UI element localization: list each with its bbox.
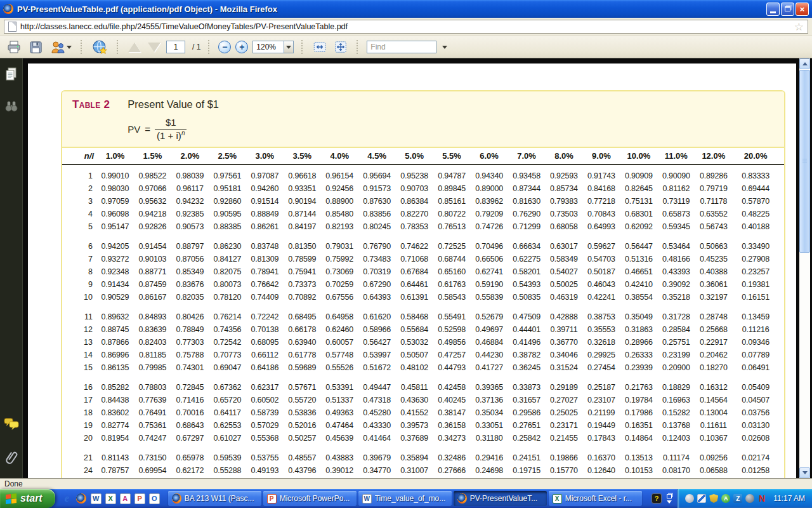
pv-factor-cell: 0.70319: [358, 267, 396, 276]
pv-factor-cell: 0.07789: [732, 351, 779, 359]
restore-button[interactable]: [781, 3, 794, 16]
pv-factor-cell: 0.14564: [695, 396, 732, 404]
pv-factor-cell: 0.98522: [134, 171, 171, 180]
excel-icon[interactable]: [105, 493, 116, 504]
vertical-scrollbar[interactable]: [799, 58, 810, 478]
start-button[interactable]: start: [0, 489, 55, 508]
pv-factor-cell: 0.16351: [620, 421, 657, 430]
url-text: http://classes.lanecc.edu/file.php/24555…: [20, 22, 790, 31]
table-row: 240.787570.699540.621720.552880.491930.4…: [62, 464, 784, 477]
powerpoint-icon: [267, 494, 277, 504]
pv-factor-cell: 0.22917: [695, 338, 732, 347]
pv-factor-cell: 0.28584: [657, 325, 695, 334]
save-button[interactable]: [27, 38, 44, 56]
zoom-out-button[interactable]: −: [218, 41, 231, 53]
antivirus-icon[interactable]: [721, 494, 730, 503]
volume-icon[interactable]: [745, 494, 754, 503]
row-period-label: 16: [67, 383, 96, 392]
table-corner-header: n/i: [67, 151, 96, 161]
zoom-level-combo[interactable]: 120%: [252, 41, 294, 53]
internet-explorer-icon[interactable]: [62, 493, 72, 504]
access-icon[interactable]: [120, 493, 131, 504]
pv-factor-cell: 0.62741: [471, 267, 508, 276]
help-icon[interactable]: ?: [652, 493, 662, 504]
window-titlebar[interactable]: PV-PresentValueTable.pdf (application/pd…: [0, 0, 812, 18]
pv-factor-cell: 0.95632: [134, 197, 171, 206]
comments-panel-icon[interactable]: [4, 417, 19, 432]
scroll-up-button[interactable]: [799, 58, 810, 69]
search-binoculars-icon[interactable]: [4, 100, 18, 114]
find-input[interactable]: [367, 41, 436, 53]
z-app-icon[interactable]: [733, 494, 742, 503]
fit-page-button[interactable]: [332, 38, 349, 56]
novell-icon[interactable]: [757, 494, 766, 503]
zoom-dropdown-button[interactable]: [284, 41, 294, 53]
taskbar-task-excel[interactable]: Microsoft Excel - r...: [549, 491, 642, 506]
taskbar-task-word-doc[interactable]: Time_value_of_mo...: [358, 491, 452, 506]
pv-factor-cell: 0.66634: [508, 242, 546, 251]
shield-icon[interactable]: [709, 494, 718, 503]
pv-factor-cell: 0.52598: [433, 325, 471, 334]
pv-factor-cell: 0.53755: [246, 453, 284, 462]
taskbar-task-firefox[interactable]: BA 213 W11 (Pasc...: [168, 491, 261, 506]
zoom-in-button[interactable]: +: [235, 41, 248, 53]
next-page-icon: [148, 43, 160, 52]
taskbar-task-powerpoint[interactable]: Microsoft PowerPo...: [263, 491, 357, 506]
pv-factor-cell: 0.49363: [321, 408, 358, 417]
taskbar-task-firefox[interactable]: PV-PresentValueT...: [454, 491, 547, 506]
formula-fraction: $1 (1 + i)n: [155, 117, 187, 142]
toolbar-separator: [81, 40, 83, 54]
minimize-button[interactable]: [766, 3, 780, 16]
print-button[interactable]: [5, 38, 23, 56]
pv-factor-cell: 0.73483: [358, 255, 396, 264]
pv-factor-cell: 0.27666: [433, 466, 471, 475]
pv-factor-cell: 0.36061: [695, 280, 732, 289]
page-number-input[interactable]: [166, 41, 185, 53]
pv-factor-cell: 0.80426: [171, 312, 209, 321]
scroll-down-button[interactable]: [799, 467, 810, 478]
pv-factor-cell: 0.59627: [582, 242, 620, 251]
firefox-icon[interactable]: [76, 493, 87, 504]
pv-factor-cell: 0.85734: [546, 184, 583, 193]
quick-launch-overflow[interactable]: [667, 494, 672, 504]
tools-icon[interactable]: [697, 494, 706, 503]
pv-factor-cell: 0.74356: [209, 325, 246, 334]
pv-factor-cell: 0.63940: [284, 338, 321, 347]
attachments-paperclip-icon[interactable]: [5, 449, 18, 467]
messenger-icon[interactable]: [685, 494, 694, 503]
find-dropdown-icon[interactable]: [442, 46, 447, 49]
powerpoint-icon[interactable]: [134, 493, 145, 504]
pv-factor-cell: 0.88900: [321, 197, 358, 206]
pv-factor-cell: 0.65978: [171, 453, 209, 462]
previous-page-button[interactable]: [127, 38, 142, 56]
pv-factor-cell: 0.48225: [732, 210, 779, 218]
collaborate-button[interactable]: [49, 38, 73, 56]
pv-factor-cell: 0.36158: [433, 421, 471, 430]
outlook-icon[interactable]: [149, 493, 160, 504]
pv-factor-cell: 0.82035: [171, 293, 209, 302]
pv-factor-cell: 0.15770: [546, 466, 583, 475]
share-online-button[interactable]: [91, 38, 109, 56]
row-period-label: 20: [67, 434, 96, 443]
pv-factor-cell: 0.92826: [134, 222, 171, 231]
firefox-logo: [172, 493, 181, 504]
scrollbar-thumb[interactable]: [799, 70, 810, 253]
bookmark-star-icon[interactable]: ☆: [794, 22, 804, 32]
word-icon[interactable]: [91, 493, 102, 504]
close-button[interactable]: ×: [796, 3, 809, 16]
pages-panel-icon[interactable]: [5, 67, 18, 84]
fit-width-button[interactable]: [311, 38, 328, 56]
pv-factor-cell: 0.49447: [358, 383, 396, 392]
pv-factor-cell: 0.73373: [284, 280, 321, 289]
toolbar-separator: [117, 40, 119, 54]
pv-factor-cell: 0.80722: [433, 210, 471, 218]
pv-factor-cell: 0.54703: [582, 255, 620, 264]
pv-factor-cell: 0.69954: [134, 466, 171, 475]
url-bar[interactable]: http://classes.lanecc.edu/file.php/24555…: [4, 20, 808, 34]
task-label: Time_value_of_mo...: [375, 494, 446, 503]
next-page-button[interactable]: [147, 38, 162, 56]
table-row: 40.960980.942180.923850.905950.888490.87…: [62, 208, 784, 220]
collaborate-icon: [50, 40, 65, 54]
pv-factor-cell: 0.78849: [171, 325, 209, 334]
pv-factor-cell: 0.31657: [508, 396, 546, 404]
